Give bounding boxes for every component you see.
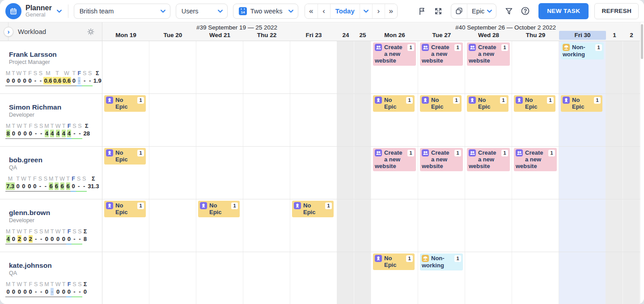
grid-cell[interactable]: 1Create a new website [512,147,559,199]
grid-cell[interactable] [149,199,196,252]
grid-cell[interactable] [290,41,337,93]
grid-cell[interactable]: 1No Epic [196,199,243,252]
grid-cell[interactable]: 1Create a new website [371,147,418,199]
grid-cell[interactable] [337,41,354,93]
grid-cell[interactable]: 1Non-working [559,41,606,93]
task-chip-nonworking[interactable]: 1Non-working [561,42,604,59]
grid-cell[interactable] [149,94,196,146]
grid-cell[interactable]: 1Non-working [418,252,465,304]
task-chip-no-epic[interactable]: 1No Epic [373,95,415,112]
grid-cell[interactable] [559,147,606,199]
grid-cell[interactable]: 1No Epic [465,94,512,146]
user-card-glenn-brown[interactable]: glenn.brownDeveloperM4T0W2T0F2S-S-M0T0W0… [0,199,102,252]
day-header-tue-20[interactable]: Tue 20 [149,31,196,41]
grid-cell[interactable] [196,41,243,93]
grid-cell[interactable] [606,199,623,252]
nav-first-button[interactable]: « [305,4,318,18]
grid-cell[interactable] [623,147,640,199]
grid-cell[interactable] [354,41,371,93]
user-name[interactable]: kate.johnson [0,262,102,270]
grid-cell[interactable]: 1No Epic [102,94,149,146]
grid-cell[interactable] [290,147,337,199]
task-chip-no-epic[interactable]: 1No Epic [420,95,462,112]
grid-cell[interactable] [243,41,290,93]
grid-cell[interactable]: 1Create a new website [418,41,465,93]
user-name[interactable]: bob.green [0,156,102,164]
task-chip-no-epic[interactable]: 1No Epic [561,95,602,112]
grid-cell[interactable] [337,199,354,252]
grid-cell[interactable] [354,94,371,146]
day-header-1[interactable]: 1 [606,31,623,41]
day-header-mon-26[interactable]: Mon 26 [371,31,418,41]
task-chip-task[interactable]: 1Create a new website [420,42,463,66]
user-card-simon-richman[interactable]: Simon RichmanDeveloperM8T0W0T0F0S-S-M4T4… [0,94,102,147]
fullscreen-icon[interactable] [430,3,446,19]
scrollbar-thumb[interactable] [641,24,643,59]
grid-cell[interactable] [149,41,196,93]
task-chip-no-epic[interactable]: 1No Epic [104,201,146,217]
grid-cell[interactable] [418,199,465,252]
grid-cell[interactable] [354,147,371,199]
task-chip-no-epic[interactable]: 1No Epic [104,148,146,165]
grid-cell[interactable] [196,94,243,146]
day-header-24[interactable]: 24 [337,31,354,41]
day-header-thu-29[interactable]: Thu 29 [512,31,559,41]
settings-gear-icon[interactable] [86,27,95,36]
grid-cell[interactable]: 1Create a new website [465,147,512,199]
team-select[interactable]: British team [74,4,170,19]
task-chip-no-epic[interactable]: 1No Epic [514,95,555,112]
app-menu[interactable]: Planner General [5,3,62,19]
grid-cell[interactable] [623,199,640,252]
grid-cell[interactable] [354,199,371,252]
grid-cell[interactable] [623,252,640,304]
task-chip-task[interactable]: 1Create a new website [373,148,416,171]
task-chip-no-epic[interactable]: 1No Epic [467,95,508,112]
scrollbar-track[interactable] [640,22,644,304]
filter-icon[interactable] [501,3,517,19]
today-dropdown-chevron-icon[interactable] [360,4,372,18]
grid-cell[interactable] [512,252,559,304]
grid-cell[interactable] [512,199,559,252]
grid-cell[interactable] [337,252,354,304]
grid-cell[interactable] [243,147,290,199]
grid-cell[interactable] [559,199,606,252]
nav-next-button[interactable]: › [372,4,385,18]
grid-cell[interactable] [371,199,418,252]
grid-cell[interactable] [243,94,290,146]
user-name[interactable]: Simon Richman [0,103,102,111]
grid-cell[interactable] [196,147,243,199]
grid-cell[interactable] [290,252,337,304]
grid-cell[interactable] [623,94,640,146]
grid-cell[interactable]: 1Create a new website [465,41,512,93]
task-chip-no-epic[interactable]: 1No Epic [198,201,240,217]
task-chip-nonworking[interactable]: 1Non-working [420,253,463,270]
task-chip-no-epic[interactable]: 1No Epic [292,201,334,217]
day-header-25[interactable]: 25 [354,31,371,41]
grid-cell[interactable]: 1No Epic [102,199,149,252]
user-card-bob-green[interactable]: bob.greenQAM7.3T0W0T0F0S-S-M6T6W6T6F0S-S… [0,147,102,199]
grid-cell[interactable] [243,252,290,304]
grid-cell[interactable] [102,252,149,304]
nav-prev-button[interactable]: ‹ [318,4,330,18]
day-header-mon-19[interactable]: Mon 19 [102,31,149,41]
grid-cell[interactable] [465,199,512,252]
group-by-select[interactable]: Users [176,4,228,19]
grid-cell[interactable] [465,252,512,304]
refresh-button[interactable]: REFRESH [594,3,639,19]
task-chip-no-epic[interactable]: 1No Epic [104,95,146,112]
day-header-tue-27[interactable]: Tue 27 [418,31,465,41]
grid-cell[interactable]: 1No Epic [290,199,337,252]
task-chip-task[interactable]: 1Create a new website [467,148,510,171]
task-chip-task[interactable]: 1Create a new website [420,148,463,171]
sidebar-expand-button[interactable]: › [4,27,13,37]
task-chip-task[interactable]: 1Create a new website [514,148,557,171]
grid-cell[interactable] [102,41,149,93]
user-card-frank-larsson[interactable]: Frank LarssonProject ManagerM0T0W0T0F0S-… [0,41,102,94]
grid-cell[interactable]: 1No Epic [102,147,149,199]
user-name[interactable]: glenn.brown [0,209,102,217]
color-by-epic-control[interactable]: Epic [451,4,496,19]
user-name[interactable]: Frank Larsson [0,51,102,59]
today-button[interactable]: Today [330,4,360,18]
day-header-2[interactable]: 2 [623,31,640,41]
task-chip-task[interactable]: 1Create a new website [373,42,416,66]
